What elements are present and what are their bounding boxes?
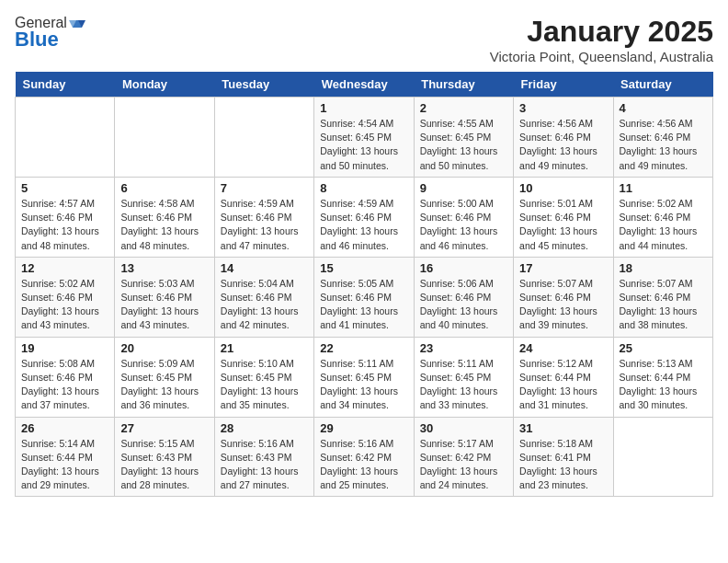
day-info: Sunrise: 5:07 AMSunset: 6:46 PMDaylight:… bbox=[519, 277, 607, 333]
calendar-cell: 17Sunrise: 5:07 AMSunset: 6:46 PMDayligh… bbox=[514, 257, 613, 337]
day-info: Sunrise: 5:08 AMSunset: 6:46 PMDaylight:… bbox=[21, 357, 108, 413]
calendar-cell: 30Sunrise: 5:17 AMSunset: 6:42 PMDayligh… bbox=[414, 417, 513, 497]
day-of-week-header: Sunday bbox=[16, 72, 115, 98]
calendar-cell: 9Sunrise: 5:00 AMSunset: 6:46 PMDaylight… bbox=[414, 177, 513, 257]
day-number: 26 bbox=[21, 421, 108, 435]
calendar-cell: 27Sunrise: 5:15 AMSunset: 6:43 PMDayligh… bbox=[115, 417, 214, 497]
day-number: 6 bbox=[120, 181, 208, 195]
day-info: Sunrise: 5:02 AMSunset: 6:46 PMDaylight:… bbox=[21, 277, 108, 333]
day-info: Sunrise: 5:18 AMSunset: 6:41 PMDaylight:… bbox=[519, 437, 607, 493]
calendar-cell: 12Sunrise: 5:02 AMSunset: 6:46 PMDayligh… bbox=[16, 257, 115, 337]
day-number: 4 bbox=[620, 101, 707, 115]
day-info: Sunrise: 5:15 AMSunset: 6:43 PMDaylight:… bbox=[120, 437, 208, 493]
calendar-cell bbox=[115, 98, 214, 178]
day-info: Sunrise: 5:16 AMSunset: 6:43 PMDaylight:… bbox=[221, 437, 308, 493]
day-number: 24 bbox=[519, 341, 607, 355]
calendar-cell: 13Sunrise: 5:03 AMSunset: 6:46 PMDayligh… bbox=[115, 257, 214, 337]
day-info: Sunrise: 5:05 AMSunset: 6:46 PMDaylight:… bbox=[320, 277, 407, 333]
calendar-cell: 19Sunrise: 5:08 AMSunset: 6:46 PMDayligh… bbox=[16, 337, 115, 417]
day-of-week-header: Friday bbox=[514, 72, 613, 98]
calendar-cell: 20Sunrise: 5:09 AMSunset: 6:45 PMDayligh… bbox=[115, 337, 214, 417]
calendar-cell: 11Sunrise: 5:02 AMSunset: 6:46 PMDayligh… bbox=[613, 177, 712, 257]
day-info: Sunrise: 5:04 AMSunset: 6:46 PMDaylight:… bbox=[221, 277, 308, 333]
day-info: Sunrise: 5:07 AMSunset: 6:46 PMDaylight:… bbox=[620, 277, 707, 333]
day-info: Sunrise: 4:54 AMSunset: 6:45 PMDaylight:… bbox=[320, 117, 407, 173]
calendar-cell: 1Sunrise: 4:54 AMSunset: 6:45 PMDaylight… bbox=[314, 98, 414, 178]
day-info: Sunrise: 5:17 AMSunset: 6:42 PMDaylight:… bbox=[420, 437, 507, 493]
day-number: 13 bbox=[120, 261, 208, 275]
day-number: 5 bbox=[21, 181, 108, 195]
day-info: Sunrise: 4:59 AMSunset: 6:46 PMDaylight:… bbox=[320, 197, 407, 253]
calendar-cell: 3Sunrise: 4:56 AMSunset: 6:46 PMDaylight… bbox=[514, 98, 613, 178]
calendar-cell: 10Sunrise: 5:01 AMSunset: 6:46 PMDayligh… bbox=[514, 177, 613, 257]
calendar-cell: 4Sunrise: 4:56 AMSunset: 6:46 PMDaylight… bbox=[613, 98, 712, 178]
calendar-week-row: 5Sunrise: 4:57 AMSunset: 6:46 PMDaylight… bbox=[16, 177, 713, 257]
day-of-week-header: Saturday bbox=[613, 72, 712, 98]
day-info: Sunrise: 5:02 AMSunset: 6:46 PMDaylight:… bbox=[620, 197, 707, 253]
logo-icon bbox=[69, 15, 85, 31]
day-number: 22 bbox=[320, 341, 407, 355]
day-number: 30 bbox=[420, 421, 507, 435]
day-number: 23 bbox=[420, 341, 507, 355]
calendar-cell: 14Sunrise: 5:04 AMSunset: 6:46 PMDayligh… bbox=[214, 257, 313, 337]
day-number: 20 bbox=[120, 341, 208, 355]
day-number: 17 bbox=[519, 261, 607, 275]
day-number: 31 bbox=[519, 421, 607, 435]
day-number: 1 bbox=[320, 101, 407, 115]
day-info: Sunrise: 5:06 AMSunset: 6:46 PMDaylight:… bbox=[420, 277, 507, 333]
calendar-cell: 25Sunrise: 5:13 AMSunset: 6:44 PMDayligh… bbox=[613, 337, 712, 417]
title-block: January 2025 Victoria Point, Queensland,… bbox=[490, 15, 713, 64]
day-number: 10 bbox=[519, 181, 607, 195]
calendar-cell: 18Sunrise: 5:07 AMSunset: 6:46 PMDayligh… bbox=[613, 257, 712, 337]
calendar-week-row: 19Sunrise: 5:08 AMSunset: 6:46 PMDayligh… bbox=[16, 337, 713, 417]
calendar-week-row: 12Sunrise: 5:02 AMSunset: 6:46 PMDayligh… bbox=[16, 257, 713, 337]
month-year: January 2025 bbox=[490, 15, 713, 49]
day-number: 27 bbox=[120, 421, 208, 435]
day-number: 15 bbox=[320, 261, 407, 275]
calendar-cell: 31Sunrise: 5:18 AMSunset: 6:41 PMDayligh… bbox=[514, 417, 613, 497]
day-of-week-header: Wednesday bbox=[314, 72, 414, 98]
day-number: 25 bbox=[620, 341, 707, 355]
day-info: Sunrise: 5:09 AMSunset: 6:45 PMDaylight:… bbox=[120, 357, 208, 413]
day-info: Sunrise: 4:59 AMSunset: 6:46 PMDaylight:… bbox=[221, 197, 308, 253]
calendar-cell: 8Sunrise: 4:59 AMSunset: 6:46 PMDaylight… bbox=[314, 177, 414, 257]
calendar-cell: 21Sunrise: 5:10 AMSunset: 6:45 PMDayligh… bbox=[214, 337, 313, 417]
day-number: 21 bbox=[221, 341, 308, 355]
calendar-table: SundayMondayTuesdayWednesdayThursdayFrid… bbox=[15, 72, 713, 497]
day-number: 28 bbox=[221, 421, 308, 435]
calendar-week-row: 26Sunrise: 5:14 AMSunset: 6:44 PMDayligh… bbox=[16, 417, 713, 497]
day-info: Sunrise: 5:12 AMSunset: 6:44 PMDaylight:… bbox=[519, 357, 607, 413]
day-info: Sunrise: 5:10 AMSunset: 6:45 PMDaylight:… bbox=[221, 357, 308, 413]
calendar-cell: 5Sunrise: 4:57 AMSunset: 6:46 PMDaylight… bbox=[16, 177, 115, 257]
calendar-cell: 26Sunrise: 5:14 AMSunset: 6:44 PMDayligh… bbox=[16, 417, 115, 497]
calendar-cell: 6Sunrise: 4:58 AMSunset: 6:46 PMDaylight… bbox=[115, 177, 214, 257]
calendar-week-row: 1Sunrise: 4:54 AMSunset: 6:45 PMDaylight… bbox=[16, 98, 713, 178]
day-info: Sunrise: 5:03 AMSunset: 6:46 PMDaylight:… bbox=[120, 277, 208, 333]
calendar-cell: 23Sunrise: 5:11 AMSunset: 6:45 PMDayligh… bbox=[414, 337, 513, 417]
day-info: Sunrise: 5:11 AMSunset: 6:45 PMDaylight:… bbox=[320, 357, 407, 413]
day-number: 18 bbox=[620, 261, 707, 275]
calendar-cell: 22Sunrise: 5:11 AMSunset: 6:45 PMDayligh… bbox=[314, 337, 414, 417]
day-info: Sunrise: 5:11 AMSunset: 6:45 PMDaylight:… bbox=[420, 357, 507, 413]
day-info: Sunrise: 5:01 AMSunset: 6:46 PMDaylight:… bbox=[519, 197, 607, 253]
day-info: Sunrise: 4:56 AMSunset: 6:46 PMDaylight:… bbox=[620, 117, 707, 173]
day-number: 19 bbox=[21, 341, 108, 355]
day-number: 7 bbox=[221, 181, 308, 195]
day-info: Sunrise: 5:16 AMSunset: 6:42 PMDaylight:… bbox=[320, 437, 407, 493]
day-of-week-header: Monday bbox=[115, 72, 214, 98]
calendar-cell bbox=[214, 98, 313, 178]
logo: General Blue bbox=[15, 15, 85, 52]
day-number: 9 bbox=[420, 181, 507, 195]
day-number: 11 bbox=[620, 181, 707, 195]
location: Victoria Point, Queensland, Australia bbox=[490, 49, 713, 64]
day-number: 8 bbox=[320, 181, 407, 195]
day-info: Sunrise: 4:56 AMSunset: 6:46 PMDaylight:… bbox=[519, 117, 607, 173]
page-header: General Blue January 2025 Victoria Point… bbox=[15, 15, 713, 64]
day-number: 29 bbox=[320, 421, 407, 435]
calendar-cell: 16Sunrise: 5:06 AMSunset: 6:46 PMDayligh… bbox=[414, 257, 513, 337]
day-info: Sunrise: 4:55 AMSunset: 6:45 PMDaylight:… bbox=[420, 117, 507, 173]
day-number: 2 bbox=[420, 101, 507, 115]
calendar-cell: 7Sunrise: 4:59 AMSunset: 6:46 PMDaylight… bbox=[214, 177, 313, 257]
calendar-cell bbox=[613, 417, 712, 497]
day-number: 14 bbox=[221, 261, 308, 275]
